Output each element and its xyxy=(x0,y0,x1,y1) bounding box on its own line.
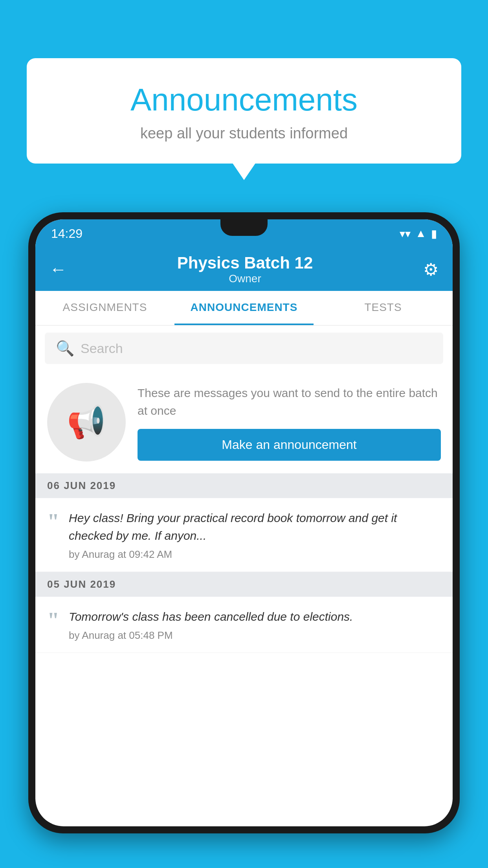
tab-tests[interactable]: TESTS xyxy=(314,291,453,325)
phone-outer-shell: 14:29 ▾▾ ▲ ▮ ← Physics Batch 12 Owner ⚙ xyxy=(28,212,460,833)
make-announcement-button[interactable]: Make an announcement xyxy=(138,429,441,461)
bubble-title: Announcements xyxy=(54,82,434,118)
notch xyxy=(220,219,268,236)
promo-section: 📢 These are messages you want to send to… xyxy=(35,371,453,473)
content-area: 🔍 Search 📢 These are messages you want t… xyxy=(35,326,453,653)
tab-announcements[interactable]: ANNOUNCEMENTS xyxy=(174,291,314,325)
status-icons: ▾▾ ▲ ▮ xyxy=(400,227,437,240)
promo-icon-circle: 📢 xyxy=(47,383,126,462)
speech-bubble-section: Announcements keep all your students inf… xyxy=(27,58,461,164)
quote-icon-1: " xyxy=(47,511,59,533)
status-bar: 14:29 ▾▾ ▲ ▮ xyxy=(35,219,453,248)
signal-icon: ▲ xyxy=(415,227,426,240)
search-icon: 🔍 xyxy=(56,340,74,357)
search-bar-container: 🔍 Search xyxy=(35,326,453,371)
wifi-icon: ▾▾ xyxy=(400,227,411,240)
announcement-content-1: Hey class! Bring your practical record b… xyxy=(69,509,441,561)
promo-right: These are messages you want to send to t… xyxy=(138,384,441,461)
search-placeholder: Search xyxy=(81,341,123,356)
search-bar[interactable]: 🔍 Search xyxy=(45,333,443,364)
tab-assignments[interactable]: ASSIGNMENTS xyxy=(35,291,174,325)
back-button[interactable]: ← xyxy=(50,259,67,279)
settings-icon[interactable]: ⚙ xyxy=(423,259,438,280)
phone-mockup: 14:29 ▾▾ ▲ ▮ ← Physics Batch 12 Owner ⚙ xyxy=(28,212,460,868)
announcement-content-2: Tomorrow's class has been cancelled due … xyxy=(69,608,441,642)
bubble-subtitle: keep all your students informed xyxy=(54,125,434,142)
date-divider-1: 06 JUN 2019 xyxy=(35,473,453,498)
megaphone-icon: 📢 xyxy=(67,404,106,441)
date-divider-2: 05 JUN 2019 xyxy=(35,572,453,597)
header-center: Physics Batch 12 Owner xyxy=(177,254,313,285)
header-subtitle: Owner xyxy=(177,272,313,285)
announcement-author-2: by Anurag at 05:48 PM xyxy=(69,629,441,642)
announcement-item-1[interactable]: " Hey class! Bring your practical record… xyxy=(35,498,453,572)
quote-icon-2: " xyxy=(47,609,59,631)
status-time: 14:29 xyxy=(51,226,83,241)
battery-icon: ▮ xyxy=(431,227,437,240)
tabs-bar: ASSIGNMENTS ANNOUNCEMENTS TESTS xyxy=(35,291,453,326)
announcement-author-1: by Anurag at 09:42 AM xyxy=(69,548,441,561)
header-title: Physics Batch 12 xyxy=(177,254,313,272)
announcement-text-1: Hey class! Bring your practical record b… xyxy=(69,509,441,544)
phone-screen: 14:29 ▾▾ ▲ ▮ ← Physics Batch 12 Owner ⚙ xyxy=(35,219,453,826)
announcement-text-2: Tomorrow's class has been cancelled due … xyxy=(69,608,441,625)
announcement-item-2[interactable]: " Tomorrow's class has been cancelled du… xyxy=(35,597,453,653)
speech-bubble-card: Announcements keep all your students inf… xyxy=(27,58,461,164)
promo-description: These are messages you want to send to t… xyxy=(138,384,441,419)
app-header: ← Physics Batch 12 Owner ⚙ xyxy=(35,248,453,291)
